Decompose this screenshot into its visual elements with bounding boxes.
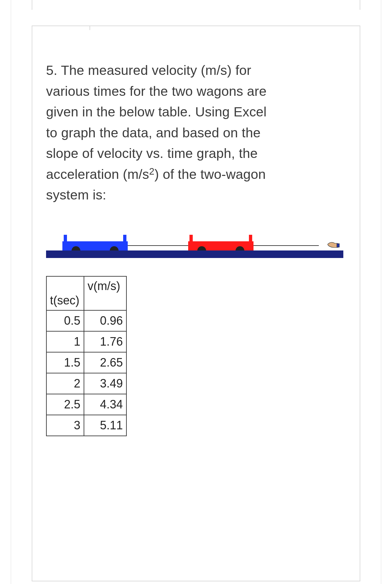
hand-icon: [327, 240, 340, 249]
q-line-7: system is:: [46, 187, 106, 202]
exponent-2: 2: [149, 166, 155, 177]
blue-wagon-handle-right: [123, 235, 126, 241]
cell-v: 3.49: [84, 373, 126, 394]
cell-t: 3: [46, 415, 84, 436]
track: [46, 250, 343, 258]
q-line-6b: ) of the two-wagon: [155, 167, 266, 182]
table-row: 0.5 0.96: [46, 310, 126, 331]
cell-v: 4.34: [84, 394, 126, 415]
connector-line: [253, 245, 319, 246]
red-wagon-handle-left: [189, 235, 193, 241]
cell-v: 0.96: [84, 310, 126, 331]
cell-v: 1.76: [84, 331, 126, 352]
question-text: 5. The measured velocity (m/s) for vario…: [46, 60, 346, 206]
table-row: 2.5 4.34: [46, 394, 126, 415]
question-number: 5.: [46, 63, 57, 78]
q-line-1: The measured velocity (m/s) for: [61, 63, 251, 78]
blue-wagon-handle-left: [64, 235, 67, 241]
q-line-2: various times for the two wagons are: [46, 84, 267, 99]
question-card: 5. The measured velocity (m/s) for vario…: [32, 26, 360, 581]
table-row: 1.5 2.65: [46, 352, 126, 373]
cell-v: 5.11: [84, 415, 126, 436]
svg-rect-0: [337, 244, 339, 247]
q-line-4: to graph the data, and based on the: [46, 125, 261, 140]
cell-t: 2: [46, 373, 84, 394]
cell-t: 1.5: [46, 352, 84, 373]
table-row: 1 1.76: [46, 331, 126, 352]
red-wagon-handle-right: [249, 235, 252, 241]
blue-wagon: [62, 241, 128, 250]
cell-v: 2.65: [84, 352, 126, 373]
q-line-5: slope of velocity vs. time graph, the: [46, 146, 258, 161]
table-header-v: v(m/s): [84, 276, 126, 310]
q-line-6a: acceleration (m/s: [46, 167, 149, 182]
velocity-table: t(sec) v(m/s) 0.5 0.96 1 1.76 1.5 2.65 2…: [46, 276, 127, 436]
cell-t: 0.5: [46, 310, 84, 331]
wagon-illustration: [46, 222, 343, 258]
table-row: 2 3.49: [46, 373, 126, 394]
table-row: 3 5.11: [46, 415, 126, 436]
cell-t: 1: [46, 331, 84, 352]
connector-line: [128, 245, 188, 246]
top-tick-mark: [90, 26, 90, 30]
red-wagon: [188, 241, 253, 250]
cell-t: 2.5: [46, 394, 84, 415]
table-header-t: t(sec): [46, 276, 84, 310]
card-top-border-segment: [32, 0, 360, 3]
q-line-3: given in the below table. Using Excel: [46, 104, 267, 119]
